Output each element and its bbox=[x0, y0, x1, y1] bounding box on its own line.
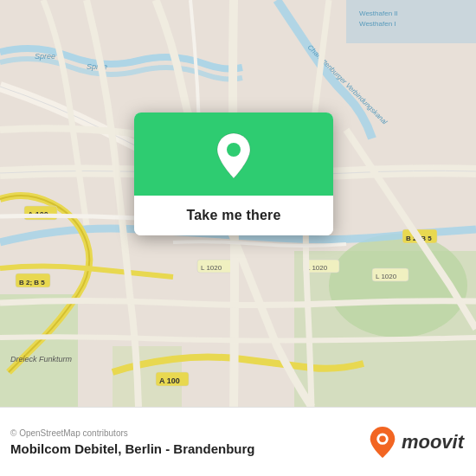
map-container: Spree Spree Charlottenburger Verbindungs… bbox=[0, 0, 476, 407]
svg-text:Dreieck Funkturm: Dreieck Funkturm bbox=[10, 355, 73, 363]
svg-point-27 bbox=[227, 143, 241, 157]
location-pin-icon bbox=[213, 132, 254, 180]
svg-text:L 1020: L 1020 bbox=[201, 264, 222, 272]
svg-text:L 1020: L 1020 bbox=[306, 264, 328, 272]
location-name: Mobilcom Debitel, Berlin - Brandenburg bbox=[10, 441, 255, 456]
svg-text:A 100: A 100 bbox=[159, 376, 180, 385]
bottom-bar-info: © OpenStreetMap contributors Mobilcom De… bbox=[10, 428, 255, 456]
svg-text:B 2; B 5: B 2; B 5 bbox=[19, 279, 45, 286]
moovit-pin-icon bbox=[369, 426, 396, 459]
svg-text:Westhafen II: Westhafen II bbox=[359, 10, 398, 17]
take-me-there-button[interactable]: Take me there bbox=[134, 196, 333, 235]
bottom-bar: © OpenStreetMap contributors Mobilcom De… bbox=[0, 407, 476, 476]
svg-point-29 bbox=[379, 435, 386, 442]
osm-attribution: © OpenStreetMap contributors bbox=[10, 428, 255, 438]
moovit-brand-text: moovit bbox=[402, 431, 464, 453]
svg-text:Spree: Spree bbox=[35, 52, 55, 61]
svg-text:Westhafen I: Westhafen I bbox=[359, 20, 396, 28]
svg-text:L 1020: L 1020 bbox=[376, 273, 397, 280]
moovit-logo: moovit bbox=[369, 426, 464, 459]
popup-header bbox=[134, 113, 333, 196]
popup-card: Take me there bbox=[134, 113, 333, 235]
